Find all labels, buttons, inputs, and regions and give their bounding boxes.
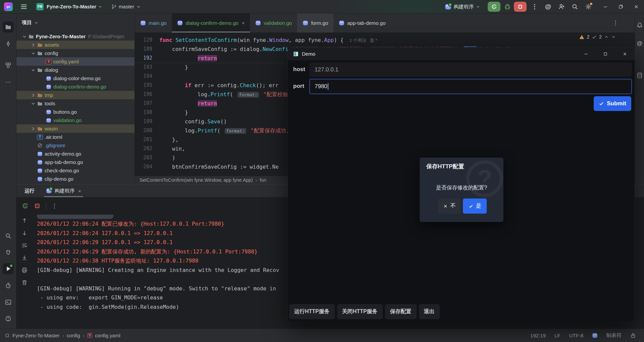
demo-close-button[interactable] [615,47,635,60]
tree-item-clip-demo.go[interactable]: clip-demo.go [16,175,135,183]
window-maximize-button[interactable] [613,0,629,13]
tree-item-dialog-confirm-demo.go[interactable]: dialog-confirm-demo.go [16,82,135,91]
up-stacktrace-icon[interactable] [21,218,28,224]
rerun-icon[interactable] [22,203,29,209]
demo-button-运行HTTP服务[interactable]: 运行HTTP服务 [289,304,335,319]
breadcrumb-item[interactable]: fun [260,177,266,183]
activitybar-services-icon[interactable] [3,247,14,258]
branch-widget[interactable]: master [111,4,141,9]
port-input[interactable]: 7980 [309,79,632,94]
main-menu-icon[interactable] [20,3,28,10]
soft-wrap-icon[interactable] [21,242,28,248]
activitybar-profiler-icon[interactable] [3,280,14,291]
activitybar-project-folder-icon[interactable] [3,21,14,33]
tab-main.go[interactable]: main.go [135,13,172,33]
chevron-down-icon[interactable] [98,4,103,9]
tab-validation.go[interactable]: validation.go [250,13,297,33]
status-LF[interactable]: LF [554,333,560,338]
window-minimize-button[interactable] [598,0,613,13]
status-go-sdk-icon[interactable] [592,333,598,338]
tab-form.go[interactable]: form.go [297,13,333,33]
down-stacktrace-icon[interactable] [21,230,28,236]
host-input[interactable]: 127.0.0.1 [309,62,632,77]
status-192:19[interactable]: 192:19 [530,333,546,338]
collaborate-icon[interactable] [558,3,565,10]
ai-assistant-icon[interactable]: @ [545,3,551,10]
status-breadcrumb[interactable]: Fyne-Zero-To-Master › config › Y config.… [5,333,120,338]
demo-button-退出[interactable]: 退出 [419,304,440,319]
activitybar-terminal-icon[interactable] [3,297,14,308]
tab-dialog-confirm-demo.go[interactable]: dialog-confirm-demo.go× [172,13,250,33]
tree-item-.gitignore[interactable]: .gitignore [16,141,135,150]
status-crumb[interactable]: Fyne-Zero-To-Master [12,333,60,338]
tree-item-dialog[interactable]: dialog [16,66,135,74]
project-name[interactable]: Fyne-Zero-To-Master [47,4,96,9]
demo-button-关闭HTTP服务[interactable]: 关闭HTTP服务 [337,304,383,319]
tree-item-dialog-color-demo.go[interactable]: dialog-color-demo.go [16,74,135,82]
run-configuration[interactable]: 构建程序 [445,3,480,10]
stop-icon[interactable] [34,203,41,209]
submit-button[interactable]: Submit [594,96,631,111]
tree-item-Fyne-Zero-To-Master[interactable]: Fyne-Zero-To-MasterF:\GolandProjec [16,32,135,41]
activitybar-problems-icon[interactable] [3,313,14,324]
tree-item-app-tab-demo.go[interactable]: app-tab-demo.go [16,158,135,166]
chevron-down-icon[interactable] [31,67,36,73]
tree-item-check-demo.go[interactable]: check-demo.go [16,166,135,175]
activitybar-commit-icon[interactable] [3,38,14,49]
chevron-down-icon[interactable] [31,51,36,56]
project-badge[interactable]: FM [36,3,44,10]
run-tab[interactable]: 构建程序 × [42,184,85,197]
close-tab-icon[interactable]: × [78,188,81,194]
tree-item-tmp[interactable]: tmp [16,91,135,99]
chevron-right-icon[interactable] [31,126,36,131]
activitybar-search-icon[interactable] [3,230,14,241]
search-everywhere-icon[interactable] [572,3,578,10]
status-crumb[interactable]: config.yaml [95,333,120,338]
scroll-to-end-icon[interactable] [21,255,28,261]
activitybar-run-icon[interactable] [3,263,14,274]
rightstrip-notifications-icon[interactable] [636,21,643,28]
project-panel-header[interactable]: 项目 [16,13,135,32]
rerun-button[interactable] [488,2,500,12]
demo-maximize-button[interactable] [596,47,615,60]
tree-item-config.yaml[interactable]: Yconfig.yaml [16,57,135,66]
rightstrip-database-icon[interactable] [636,72,643,79]
tree-item-wasm[interactable]: wasm [16,124,135,133]
tree-item-activity-demo.go[interactable]: activity-demo.go [16,150,135,158]
demo-minimize-button[interactable] [576,47,596,60]
dialog-yes-button[interactable]: 是 [463,198,487,214]
close-tab-icon[interactable]: × [242,20,245,26]
demo-button-保存配置[interactable]: 保存配置 [385,304,417,319]
status-制表符[interactable]: 制表符 [606,332,622,339]
tree-item-config[interactable]: config [16,49,135,57]
breadcrumb-item[interactable]: SetContentToConfirm(win fyne.Window, app… [140,177,253,183]
tab-app-tab-demo.go[interactable]: app-tab-demo.go [333,13,391,33]
chevron-right-icon[interactable] [31,42,36,48]
demo-title-bar[interactable]: Demo [288,47,635,60]
tree-item-assets[interactable]: assets [16,41,135,49]
print-icon[interactable] [21,267,28,273]
activitybar-more-icon[interactable]: ⋯ [3,76,14,88]
more-actions-icon[interactable]: ⋮ [531,3,538,10]
more-options-icon[interactable]: ⋮ [51,203,58,210]
rightstrip-ai-assistant-icon[interactable]: @ [636,40,643,47]
dialog-no-button[interactable]: 不 [438,198,461,214]
status-UTF-8[interactable]: UTF-8 [569,333,584,338]
tree-item-buttons.go[interactable]: buttons.go [16,108,135,116]
tree-item-validation.go[interactable]: validation.go [16,116,135,124]
clear-icon[interactable] [21,280,28,286]
tab-options-icon[interactable]: ⋮ [612,19,619,26]
stop-button[interactable] [514,2,527,12]
window-close-button[interactable] [629,0,644,13]
chevron-down-icon[interactable] [22,34,27,39]
chevron-down-icon[interactable] [31,101,36,106]
code-token: App [324,37,334,43]
settings-gear-icon[interactable] [585,3,592,10]
chevron-right-icon[interactable] [31,93,36,98]
status-crumb[interactable]: config [67,333,80,338]
activitybar-structure-icon[interactable] [3,60,14,71]
tree-item-.air.toml[interactable]: T.air.toml [16,133,135,141]
status-lock-icon[interactable] [630,333,636,338]
tree-item-tools[interactable]: tools [16,99,135,108]
debug-button[interactable] [504,3,511,10]
